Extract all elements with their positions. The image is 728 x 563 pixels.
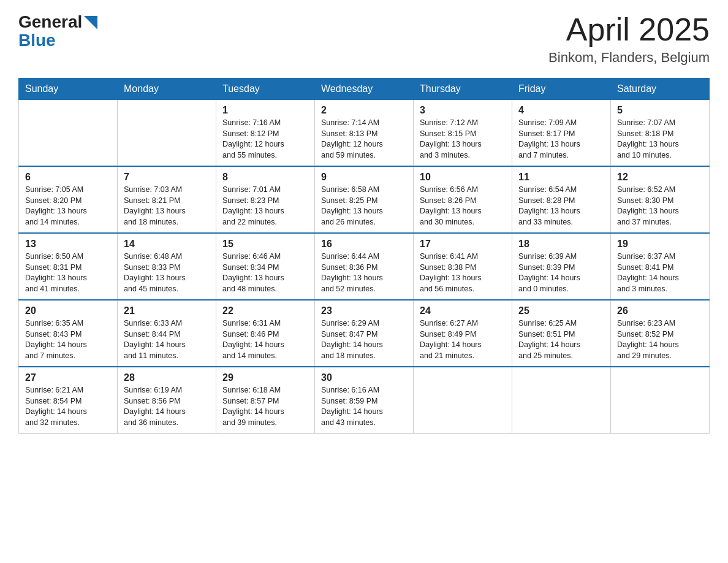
day-number: 23 [321,305,407,316]
day-info: Sunrise: 6:39 AMSunset: 8:39 PMDaylight:… [518,251,604,294]
page-header: General Blue April 2025 Binkom, Flanders… [18,12,710,66]
day-info: Sunrise: 6:37 AMSunset: 8:41 PMDaylight:… [617,251,703,294]
title-section: April 2025 Binkom, Flanders, Belgium [548,12,710,66]
calendar-cell: 20Sunrise: 6:35 AMSunset: 8:43 PMDayligh… [19,300,118,367]
calendar-cell: 5Sunrise: 7:07 AMSunset: 8:18 PMDaylight… [611,100,710,167]
calendar-cell: 7Sunrise: 7:03 AMSunset: 8:21 PMDaylight… [118,166,216,233]
day-info: Sunrise: 7:07 AMSunset: 8:18 PMDaylight:… [617,118,703,161]
day-info: Sunrise: 7:09 AMSunset: 8:17 PMDaylight:… [518,118,604,161]
day-info: Sunrise: 6:25 AMSunset: 8:51 PMDaylight:… [518,318,604,361]
calendar-cell: 13Sunrise: 6:50 AMSunset: 8:31 PMDayligh… [19,233,118,300]
day-info: Sunrise: 6:33 AMSunset: 8:44 PMDaylight:… [124,318,210,361]
calendar-header-wednesday: Wednesday [315,79,414,100]
calendar-week-2: 6Sunrise: 7:05 AMSunset: 8:20 PMDaylight… [19,166,710,233]
calendar-cell: 3Sunrise: 7:12 AMSunset: 8:15 PMDaylight… [414,100,512,167]
calendar-cell: 16Sunrise: 6:44 AMSunset: 8:36 PMDayligh… [315,233,414,300]
page-title: April 2025 [548,12,710,47]
calendar-week-4: 20Sunrise: 6:35 AMSunset: 8:43 PMDayligh… [19,300,710,367]
day-info: Sunrise: 6:21 AMSunset: 8:54 PMDaylight:… [25,385,111,428]
day-number: 14 [124,239,210,250]
day-info: Sunrise: 6:27 AMSunset: 8:49 PMDaylight:… [420,318,506,361]
calendar-cell [414,367,512,434]
logo-triangle-icon [84,16,97,29]
calendar-week-3: 13Sunrise: 6:50 AMSunset: 8:31 PMDayligh… [19,233,710,300]
calendar-cell: 11Sunrise: 6:54 AMSunset: 8:28 PMDayligh… [512,166,611,233]
calendar-cell: 1Sunrise: 7:16 AMSunset: 8:12 PMDaylight… [216,100,315,167]
calendar-cell [118,100,216,167]
day-number: 20 [25,305,111,316]
calendar-cell: 28Sunrise: 6:19 AMSunset: 8:56 PMDayligh… [118,367,216,434]
logo-general: General [18,13,82,31]
calendar-cell: 2Sunrise: 7:14 AMSunset: 8:13 PMDaylight… [315,100,414,167]
calendar-cell: 14Sunrise: 6:48 AMSunset: 8:33 PMDayligh… [118,233,216,300]
day-info: Sunrise: 6:23 AMSunset: 8:52 PMDaylight:… [617,318,703,361]
day-number: 16 [321,239,407,250]
day-number: 13 [25,239,111,250]
calendar-cell: 15Sunrise: 6:46 AMSunset: 8:34 PMDayligh… [216,233,315,300]
day-info: Sunrise: 6:56 AMSunset: 8:26 PMDaylight:… [420,185,506,228]
day-info: Sunrise: 6:18 AMSunset: 8:57 PMDaylight:… [222,385,308,428]
calendar-cell: 21Sunrise: 6:33 AMSunset: 8:44 PMDayligh… [118,300,216,367]
day-info: Sunrise: 6:48 AMSunset: 8:33 PMDaylight:… [124,251,210,294]
day-number: 10 [420,172,506,183]
day-number: 11 [518,172,604,183]
logo-blue: Blue [18,32,56,49]
calendar-cell: 18Sunrise: 6:39 AMSunset: 8:39 PMDayligh… [512,233,611,300]
calendar-header-monday: Monday [118,79,216,100]
calendar-cell: 4Sunrise: 7:09 AMSunset: 8:17 PMDaylight… [512,100,611,167]
day-number: 29 [222,372,308,383]
day-number: 15 [222,239,308,250]
day-info: Sunrise: 6:16 AMSunset: 8:59 PMDaylight:… [321,385,407,428]
calendar-cell: 30Sunrise: 6:16 AMSunset: 8:59 PMDayligh… [315,367,414,434]
calendar-table: SundayMondayTuesdayWednesdayThursdayFrid… [18,78,710,434]
day-number: 21 [124,305,210,316]
page-subtitle: Binkom, Flanders, Belgium [548,50,710,66]
calendar-week-1: 1Sunrise: 7:16 AMSunset: 8:12 PMDaylight… [19,100,710,167]
day-info: Sunrise: 7:03 AMSunset: 8:21 PMDaylight:… [124,185,210,228]
day-number: 24 [420,305,506,316]
calendar-header-thursday: Thursday [414,79,512,100]
day-info: Sunrise: 6:29 AMSunset: 8:47 PMDaylight:… [321,318,407,361]
day-info: Sunrise: 6:19 AMSunset: 8:56 PMDaylight:… [124,385,210,428]
day-info: Sunrise: 6:50 AMSunset: 8:31 PMDaylight:… [25,251,111,294]
day-number: 19 [617,239,703,250]
calendar-header-sunday: Sunday [19,79,118,100]
day-number: 3 [420,105,506,116]
day-number: 17 [420,239,506,250]
day-info: Sunrise: 7:16 AMSunset: 8:12 PMDaylight:… [222,118,308,161]
calendar-cell: 29Sunrise: 6:18 AMSunset: 8:57 PMDayligh… [216,367,315,434]
calendar-cell: 25Sunrise: 6:25 AMSunset: 8:51 PMDayligh… [512,300,611,367]
calendar-cell [512,367,611,434]
calendar-cell: 23Sunrise: 6:29 AMSunset: 8:47 PMDayligh… [315,300,414,367]
day-number: 5 [617,105,703,116]
day-number: 6 [25,172,111,183]
day-number: 18 [518,239,604,250]
logo: General Blue [18,12,97,49]
day-number: 26 [617,305,703,316]
calendar-cell: 27Sunrise: 6:21 AMSunset: 8:54 PMDayligh… [19,367,118,434]
calendar-cell [611,367,710,434]
day-info: Sunrise: 7:01 AMSunset: 8:23 PMDaylight:… [222,185,308,228]
day-info: Sunrise: 7:05 AMSunset: 8:20 PMDaylight:… [25,185,111,228]
calendar-cell: 26Sunrise: 6:23 AMSunset: 8:52 PMDayligh… [611,300,710,367]
day-info: Sunrise: 6:52 AMSunset: 8:30 PMDaylight:… [617,185,703,228]
calendar-header-row: SundayMondayTuesdayWednesdayThursdayFrid… [19,79,710,100]
calendar-header-tuesday: Tuesday [216,79,315,100]
day-number: 25 [518,305,604,316]
day-number: 8 [222,172,308,183]
day-info: Sunrise: 6:46 AMSunset: 8:34 PMDaylight:… [222,251,308,294]
day-info: Sunrise: 6:35 AMSunset: 8:43 PMDaylight:… [25,318,111,361]
day-number: 27 [25,372,111,383]
day-number: 4 [518,105,604,116]
day-info: Sunrise: 6:41 AMSunset: 8:38 PMDaylight:… [420,251,506,294]
calendar-cell: 6Sunrise: 7:05 AMSunset: 8:20 PMDaylight… [19,166,118,233]
calendar-cell: 19Sunrise: 6:37 AMSunset: 8:41 PMDayligh… [611,233,710,300]
svg-marker-0 [84,16,97,29]
day-number: 22 [222,305,308,316]
day-number: 30 [321,372,407,383]
calendar-cell: 10Sunrise: 6:56 AMSunset: 8:26 PMDayligh… [414,166,512,233]
day-info: Sunrise: 6:31 AMSunset: 8:46 PMDaylight:… [222,318,308,361]
calendar-cell: 22Sunrise: 6:31 AMSunset: 8:46 PMDayligh… [216,300,315,367]
day-info: Sunrise: 6:44 AMSunset: 8:36 PMDaylight:… [321,251,407,294]
calendar-cell: 24Sunrise: 6:27 AMSunset: 8:49 PMDayligh… [414,300,512,367]
